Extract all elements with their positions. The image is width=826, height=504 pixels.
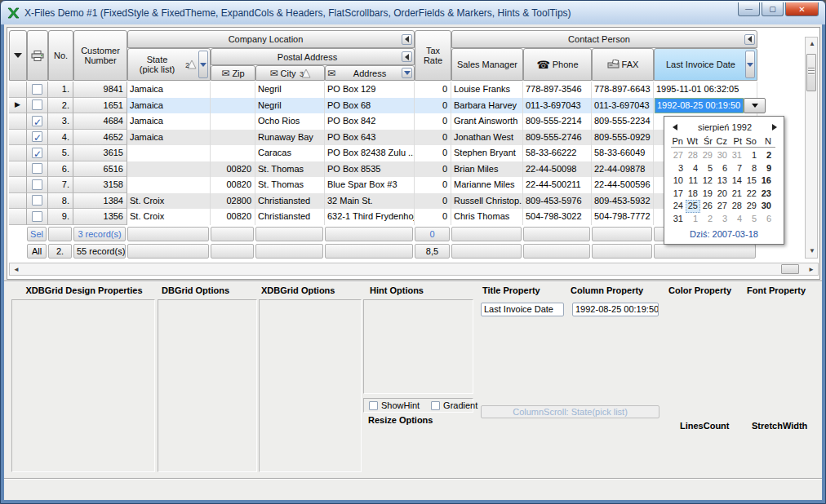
col-header-phone[interactable]: ☎ Phone (523, 48, 592, 81)
calendar-day[interactable]: 23 (759, 188, 774, 201)
cell-no[interactable]: 4. (48, 130, 73, 146)
calendar-day[interactable]: 20 (715, 188, 730, 201)
group-header-company-location[interactable]: Company Location (127, 30, 415, 48)
cell-sales-manager[interactable]: Chris Thomas (451, 209, 523, 225)
cell-state[interactable] (127, 145, 211, 161)
cell-state[interactable]: St. Croix (127, 193, 211, 210)
cell-zip[interactable]: 00820 (211, 177, 255, 193)
row-checkbox[interactable] (32, 148, 42, 158)
collapse-left-icon[interactable] (402, 51, 412, 62)
calendar-day[interactable]: 19 (700, 188, 715, 201)
cell-no[interactable]: 5. (48, 145, 73, 161)
cell-no[interactable]: 6. (48, 161, 73, 178)
cell-fax[interactable]: 58-33-66049 (592, 145, 654, 161)
col-header-no[interactable]: No. (48, 30, 73, 81)
calendar-day[interactable]: 28 (730, 200, 744, 213)
cell-fax[interactable]: 011-3-697043 (592, 98, 654, 114)
cell-city[interactable]: Negril (255, 82, 325, 98)
maximize-button[interactable]: ▢ (762, 2, 784, 16)
cell-no[interactable]: 2. (48, 98, 73, 114)
row-checkbox[interactable] (32, 179, 42, 190)
calendar-day[interactable]: 15 (744, 175, 759, 188)
cell-phone[interactable]: 58-33-66222 (523, 145, 592, 161)
cell-zip[interactable] (211, 145, 255, 161)
cell-sales-manager[interactable]: Jonathan West (451, 130, 523, 146)
address-dropdown-icon[interactable] (402, 68, 412, 78)
calendar-day[interactable]: 2 (700, 213, 715, 226)
calendar-day[interactable]: 5 (700, 162, 715, 175)
calendar-day[interactable]: 7 (730, 162, 744, 175)
scroll-down-icon[interactable]: ▼ (809, 248, 815, 254)
cell-tax-rate[interactable]: 0 (415, 177, 451, 193)
col-header-city[interactable]: ✉ City 3 (255, 65, 325, 81)
cell-zip[interactable] (211, 113, 255, 130)
calendar-day[interactable]: 17 (671, 188, 686, 201)
cell-phone[interactable]: 011-3-697043 (523, 98, 592, 114)
calendar-day[interactable]: 22 (744, 188, 759, 201)
col-header-print[interactable] (27, 30, 48, 81)
cell-zip[interactable]: 00820 (211, 209, 255, 225)
calendar-day[interactable]: 24 (671, 200, 686, 213)
row-select-cell[interactable] (27, 161, 48, 178)
date-cell-editor[interactable]: 1992-08-25 00:19:50 (655, 98, 744, 113)
cell-address[interactable]: Blue Spar Box #3 (325, 177, 415, 193)
cell-fax[interactable]: 809-555-0929 (592, 130, 654, 146)
calendar-day[interactable]: 25 (686, 200, 700, 213)
cell-address[interactable]: PO Box 842 (325, 113, 415, 130)
cell-no[interactable]: 8. (48, 193, 73, 210)
cell-customer-number[interactable]: 1356 (73, 209, 127, 225)
vertical-scrollbar[interactable]: ▲ ▼ (805, 37, 818, 259)
option-checkbox-row[interactable]: Gradient (431, 400, 477, 411)
cell-state[interactable]: Jamaica (127, 130, 211, 146)
scroll-right-icon[interactable]: ► (808, 267, 815, 273)
cell-zip[interactable] (211, 82, 255, 98)
cell-fax[interactable]: 778-897-6643 (592, 82, 654, 98)
row-checkbox[interactable] (32, 116, 42, 126)
cell-customer-number[interactable]: 1384 (73, 193, 127, 210)
cell-tax-rate[interactable]: 0 (415, 113, 451, 130)
cell-city[interactable]: Christiansted (255, 193, 325, 210)
cell-phone[interactable]: 22-44-50098 (523, 161, 592, 178)
calendar-day[interactable]: 18 (686, 188, 700, 201)
column-value-field[interactable]: 1992-08-25 00:19:50 (572, 303, 659, 316)
collapse-left-icon[interactable] (402, 34, 412, 45)
cell-address[interactable]: 632-1 Third Frydenhoj (325, 209, 415, 225)
calendar-day[interactable]: 5 (744, 213, 759, 226)
row-checkbox[interactable] (32, 131, 42, 142)
cell-sales-manager[interactable]: Louise Franks (451, 82, 523, 98)
cell-state[interactable]: St. Croix (127, 209, 211, 225)
calendar-day[interactable]: 8 (744, 162, 759, 175)
row-select-cell[interactable] (27, 130, 48, 146)
grid-title-dropdown-cell[interactable] (9, 30, 27, 81)
checkbox[interactable] (369, 401, 378, 410)
cell-address[interactable]: PO Box 643 (325, 130, 415, 146)
cell-no[interactable]: 3. (48, 113, 73, 130)
calendar-day[interactable]: 4 (730, 213, 744, 226)
cell-tax-rate[interactable]: 0 (415, 161, 451, 178)
calendar-day[interactable]: 28 (686, 149, 700, 162)
calendar-day[interactable]: 14 (730, 175, 744, 188)
cell-city[interactable]: Runaway Bay (255, 130, 325, 146)
calendar-day[interactable]: 31 (730, 149, 744, 162)
row-checkbox[interactable] (32, 84, 42, 95)
horizontal-scrollbar[interactable]: ◄ ► (9, 263, 819, 276)
cell-sales-manager[interactable]: Russell Christop... (451, 193, 523, 210)
cell-zip[interactable]: 00820 (211, 161, 255, 178)
scroll-up-icon[interactable]: ▲ (809, 41, 815, 47)
cell-tax-rate[interactable]: 0 (415, 98, 451, 114)
cell-state[interactable] (127, 161, 211, 178)
state-dropdown-icon[interactable] (198, 51, 208, 78)
cell-customer-number[interactable]: 1651 (73, 98, 127, 114)
table-row[interactable]: 4. 4652 Jamaica Runaway Bay PO Box 643 0… (9, 130, 757, 146)
table-row[interactable]: 5. 3615 Caracas PO Box 82438 Zulu ... 0 … (9, 145, 757, 161)
cell-no[interactable]: 7. (48, 177, 73, 193)
col-header-last-invoice-date[interactable]: Last Invoice Date (654, 48, 757, 81)
cell-address[interactable]: PO Box 68 (325, 98, 415, 114)
calendar-day[interactable]: 27 (671, 149, 686, 162)
cell-fax[interactable]: 22-44-09878 (592, 161, 654, 178)
calendar-today-link[interactable]: Dziś: 2007-03-18 (664, 229, 784, 239)
calendar-day[interactable]: 21 (730, 188, 744, 201)
cell-state[interactable]: Jamaica (127, 113, 211, 130)
cell-customer-number[interactable]: 4684 (73, 113, 127, 130)
row-select-cell[interactable] (27, 177, 48, 193)
